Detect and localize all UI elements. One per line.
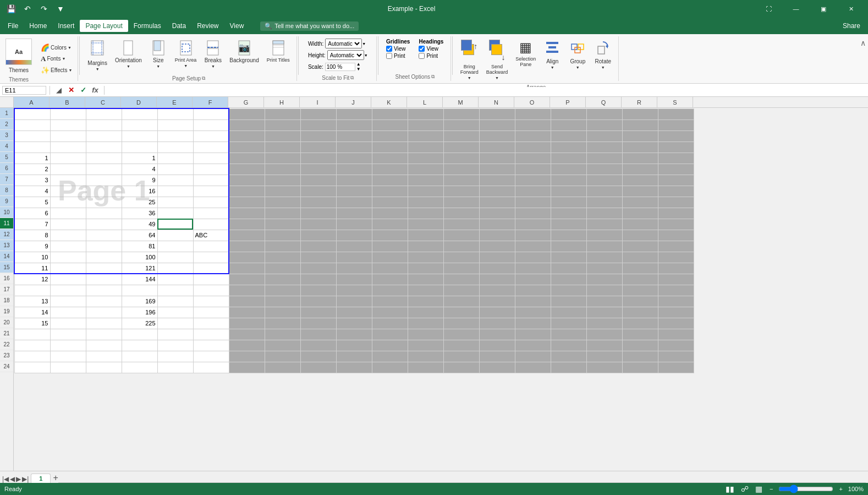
search-box[interactable]: 🔍 Tell me what you want to do... [260,21,359,31]
cell-m2[interactable] [443,119,479,130]
redo-icon[interactable]: ↷ [37,2,51,15]
cell-i22[interactable] [300,340,336,351]
cell-q11[interactable] [586,219,622,230]
cell-p17[interactable] [551,285,586,296]
cell-s4[interactable] [658,142,694,153]
cell-q6[interactable] [586,164,622,175]
cell-r12[interactable] [622,230,658,241]
cell-p9[interactable] [551,197,586,208]
cell-c10[interactable] [86,208,122,219]
cell-h23[interactable] [265,351,300,362]
cell-k7[interactable] [372,175,408,186]
cell-i1[interactable] [300,108,336,119]
cell-i9[interactable] [300,197,336,208]
cell-d4[interactable] [122,142,157,153]
col-header-h[interactable]: H [264,97,300,107]
cell-a3[interactable] [14,130,50,142]
cell-q16[interactable] [586,274,622,285]
cell-d7[interactable]: 9 [122,175,157,186]
cell-g8[interactable] [229,186,265,197]
scale-input[interactable] [325,63,355,71]
cell-i8[interactable] [300,186,336,197]
cell-k22[interactable] [372,340,408,351]
save-icon[interactable]: 💾 [4,2,18,15]
cell-f21[interactable] [193,329,229,340]
cell-a23[interactable] [14,351,50,362]
cell-f9[interactable] [193,197,229,208]
cell-q24[interactable] [586,362,622,373]
cell-i5[interactable] [300,153,336,164]
cell-g23[interactable] [229,351,265,362]
cell-r2[interactable] [622,119,658,130]
cell-f13[interactable] [193,241,229,252]
cell-m11[interactable] [443,219,479,230]
cell-l7[interactable] [408,175,443,186]
cell-d20[interactable]: 225 [122,318,157,329]
cell-s16[interactable] [658,274,694,285]
col-header-o[interactable]: O [514,97,550,107]
cell-e16[interactable] [157,274,193,285]
bring-forward-button[interactable]: ↑ BringForward ▼ [457,37,482,82]
cell-m24[interactable] [443,362,479,373]
cell-r3[interactable] [622,130,658,142]
cell-i14[interactable] [300,252,336,263]
cell-j9[interactable] [336,197,372,208]
cell-q17[interactable] [586,285,622,296]
cell-d12[interactable]: 64 [122,230,157,241]
menu-view[interactable]: View [224,20,250,32]
scale-to-fit-group-label[interactable]: Scale to Fit ⧉ [320,74,356,82]
cell-s19[interactable] [658,307,694,318]
col-header-s[interactable]: S [657,97,693,107]
sheet-nav-first[interactable]: |◀ [2,475,9,483]
cell-l9[interactable] [408,197,443,208]
sheet-nav-last[interactable]: ▶| [22,475,29,483]
cell-m22[interactable] [443,340,479,351]
orientation-button[interactable]: Orientation ▼ [112,37,145,70]
cell-n16[interactable] [479,274,515,285]
cell-k12[interactable] [372,230,408,241]
row-num-7[interactable]: 7 [0,174,13,185]
col-header-g[interactable]: G [228,97,264,107]
cell-d19[interactable]: 196 [122,307,157,318]
cell-n24[interactable] [479,362,515,373]
cell-m18[interactable] [443,296,479,307]
col-header-k[interactable]: K [371,97,407,107]
cell-i15[interactable] [300,263,336,274]
col-header-i[interactable]: I [300,97,336,107]
cell-k1[interactable] [372,108,408,119]
cell-a9[interactable]: 5 [14,197,50,208]
cell-n13[interactable] [479,241,515,252]
cell-p20[interactable] [551,318,586,329]
undo-icon[interactable]: ↶ [21,2,34,15]
cell-j2[interactable] [336,119,372,130]
cell-b1[interactable] [50,108,86,119]
cell-n4[interactable] [479,142,515,153]
cell-q8[interactable] [586,186,622,197]
cell-l17[interactable] [408,285,443,296]
breaks-button[interactable]: Breaks ▼ [201,37,225,70]
cell-o23[interactable] [515,351,551,362]
cell-a14[interactable]: 10 [14,252,50,263]
cell-q18[interactable] [586,296,622,307]
height-select[interactable]: Automatic [327,50,364,60]
cell-b4[interactable] [50,142,86,153]
cell-f4[interactable] [193,142,229,153]
cell-e14[interactable] [157,252,193,263]
cell-q21[interactable] [586,329,622,340]
cell-d14[interactable]: 100 [122,252,157,263]
scale-up-arrow[interactable]: ▲ [356,62,361,67]
row-num-2[interactable]: 2 [0,119,13,130]
col-header-f[interactable]: F [193,97,228,107]
cell-a2[interactable] [14,119,50,130]
cell-p8[interactable] [551,186,586,197]
cell-j18[interactable] [336,296,372,307]
cancel-formula-icon[interactable]: ✕ [65,86,76,94]
col-header-c[interactable]: C [85,97,121,107]
cell-o24[interactable] [515,362,551,373]
row-num-23[interactable]: 23 [0,350,13,361]
cell-n2[interactable] [479,119,515,130]
cell-h24[interactable] [265,362,300,373]
row-num-14[interactable]: 14 [0,251,13,262]
cell-r24[interactable] [622,362,658,373]
cell-k18[interactable] [372,296,408,307]
